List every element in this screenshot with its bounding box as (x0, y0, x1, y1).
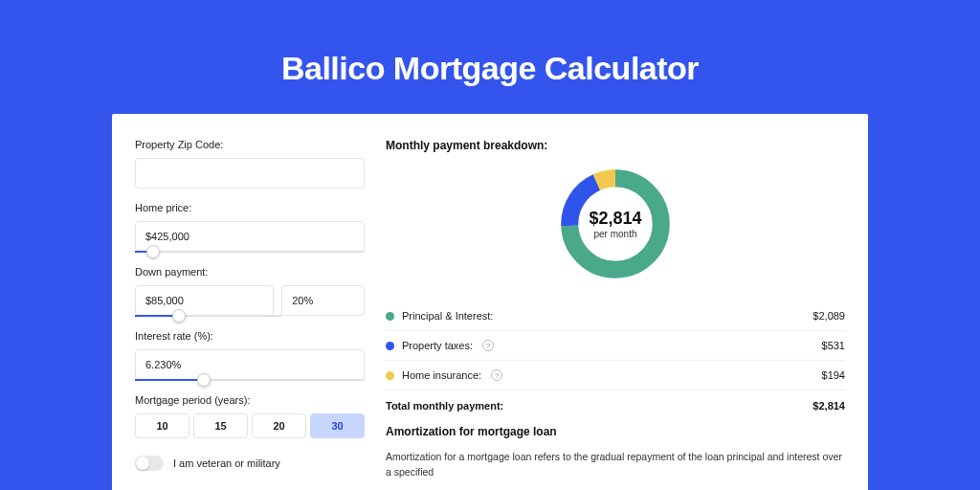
period-field-group: Mortgage period (years): 10152030 (135, 394, 365, 438)
zip-field-group: Property Zip Code: (135, 139, 365, 189)
donut-chart-wrap: $2,814 per month (386, 164, 845, 284)
zip-input[interactable] (135, 158, 365, 189)
breakdown-item-amount: $531 (822, 340, 845, 351)
breakdown-item-amount: $2,089 (813, 310, 845, 322)
slider-thumb[interactable] (146, 245, 160, 258)
down-payment-pct-input[interactable] (281, 285, 365, 316)
period-label: Mortgage period (years): (135, 394, 365, 406)
total-amount: $2,814 (813, 400, 845, 412)
down-payment-slider[interactable] (135, 315, 282, 317)
amortization-title: Amortization for mortgage loan (386, 425, 845, 438)
donut-amount: $2,814 (589, 209, 641, 229)
breakdown-item-amount: $194 (822, 369, 845, 381)
breakdown-title: Monthly payment breakdown: (386, 139, 845, 152)
interest-field-group: Interest rate (%): (135, 330, 365, 381)
calculator-card: Property Zip Code: Home price: Down paym… (112, 114, 868, 490)
help-icon[interactable]: ? (482, 340, 494, 351)
period-option-10[interactable]: 10 (135, 413, 189, 438)
zip-label: Property Zip Code: (135, 139, 365, 150)
donut-sub: per month (593, 229, 636, 239)
breakdown-item-label: Home insurance: (402, 369, 481, 381)
interest-label: Interest rate (%): (135, 330, 365, 342)
page-title: Ballico Mortgage Calculator (0, 50, 980, 87)
down-payment-label: Down payment: (135, 266, 365, 278)
interest-slider[interactable] (135, 379, 365, 381)
period-option-15[interactable]: 15 (193, 413, 248, 438)
amortization-text: Amortization for a mortgage loan refers … (386, 450, 845, 480)
breakdown-column: Monthly payment breakdown: $2,814 per mo… (386, 139, 845, 490)
donut-center: $2,814 per month (555, 164, 676, 284)
down-payment-amount-input[interactable] (135, 285, 274, 316)
yellow-dot-icon (386, 371, 394, 380)
period-option-30[interactable]: 30 (310, 413, 365, 438)
donut-chart: $2,814 per month (555, 164, 676, 284)
period-option-20[interactable]: 20 (252, 413, 306, 438)
page-root: Ballico Mortgage Calculator Property Zip… (0, 0, 980, 490)
form-column: Property Zip Code: Home price: Down paym… (135, 139, 365, 490)
toggle-knob (136, 457, 149, 470)
breakdown-row: Home insurance:?$194 (386, 361, 845, 390)
home-price-slider[interactable] (135, 251, 365, 253)
breakdown-row: Property taxes:?$531 (386, 331, 845, 361)
veteran-toggle[interactable] (135, 456, 164, 471)
slider-thumb[interactable] (197, 373, 211, 387)
slider-thumb[interactable] (172, 309, 186, 323)
breakdown-item-label: Principal & Interest: (402, 310, 493, 322)
breakdown-item-label: Property taxes: (402, 340, 473, 351)
home-price-label: Home price: (135, 202, 365, 213)
breakdown-row: Principal & Interest:$2,089 (386, 301, 845, 331)
period-options: 10152030 (135, 413, 365, 438)
down-payment-field-group: Down payment: (135, 266, 365, 317)
total-label: Total monthly payment: (386, 400, 503, 412)
veteran-toggle-row: I am veteran or military (135, 456, 365, 471)
home-price-field-group: Home price: (135, 202, 365, 253)
breakdown-rows: Principal & Interest:$2,089Property taxe… (386, 301, 845, 390)
veteran-label: I am veteran or military (173, 457, 280, 469)
home-price-input[interactable] (135, 221, 365, 252)
blue-dot-icon (386, 342, 394, 350)
interest-input[interactable] (135, 349, 365, 380)
total-row: Total monthly payment: $2,814 (386, 390, 845, 425)
green-dot-icon (386, 312, 394, 321)
help-icon[interactable]: ? (491, 369, 502, 381)
